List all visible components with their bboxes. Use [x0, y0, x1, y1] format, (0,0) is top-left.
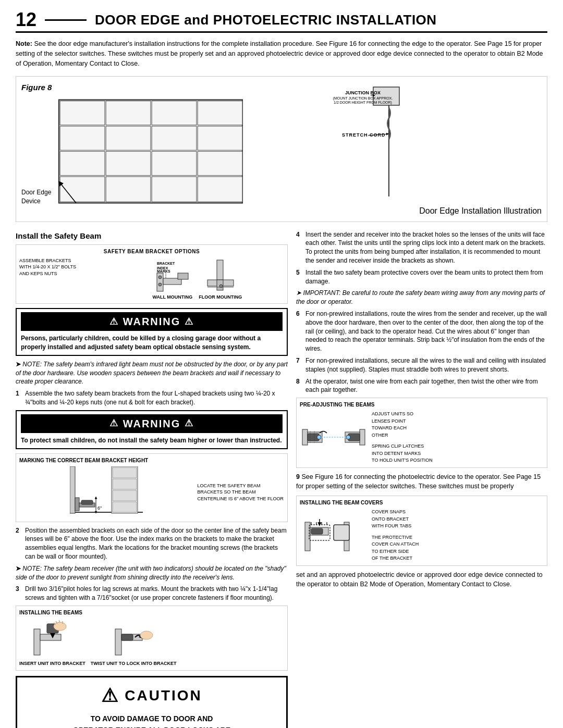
svg-text:1/2 DOOR HEIGHT FROM FLOOR): 1/2 DOOR HEIGHT FROM FLOOR) [334, 101, 392, 105]
left-column: Install the Safety Beam SAFETY BEAM BRAC… [16, 230, 288, 728]
figure-area: Figure 8 [16, 76, 547, 222]
step-7-text: For non-prewired installations, secure a… [305, 356, 547, 374]
insert-unit-container: INSERT UNIT INTO BRACKET [19, 619, 85, 667]
svg-rect-4 [198, 101, 242, 125]
warning-triangle-right-1: ⚠ [185, 315, 194, 328]
svg-rect-28 [178, 273, 188, 279]
header-line [45, 19, 87, 21]
wall-mounting-label: WALL MOUNTING [152, 294, 192, 301]
beam-covers-diagram: INSTALLING THE BEAM COVERS [296, 496, 547, 566]
svg-point-57 [54, 622, 66, 631]
warning-label-2: WARNING [123, 416, 181, 431]
warning-label-1: WARNING [123, 314, 181, 329]
pre-adjust-content: ADJUST UNITS SO LENSES POINT TOWARD EACH… [300, 411, 544, 464]
garage-door-illustration [21, 97, 303, 212]
svg-text:(MOUNT JUNCTION BOX APPROX.: (MOUNT JUNCTION BOX APPROX. [333, 96, 393, 101]
install-safety-beam-heading: Install the Safety Beam [16, 230, 288, 241]
important-note: ➤ IMPORTANT: Be careful to route the saf… [296, 289, 547, 306]
step-7-num: 7 [296, 356, 303, 374]
svg-rect-54 [40, 634, 61, 640]
floor-mounting-label: FLOOR MOUNTING [199, 294, 242, 301]
svg-point-65 [140, 631, 153, 639]
svg-rect-42 [75, 498, 79, 511]
beam-diagram-row: ASSEMBLE BRACKETS WITH 1/4-20 x 1/2" BOL… [19, 257, 284, 301]
floor-mounting-svg [202, 257, 239, 294]
beam-covers-svg [300, 512, 368, 559]
step-9-text: 9 See Figure 16 for connecting the photo… [296, 472, 547, 492]
svg-rect-51 [113, 490, 137, 501]
insert-label: INSERT UNIT INTO BRACKET [19, 660, 85, 667]
door-edge-label: Door EdgeDevice [21, 188, 51, 206]
svg-rect-79 [311, 528, 323, 534]
beam-covers-label2: THE PROTECTIVE COVER CAN ATTACH TO EITHE… [372, 534, 419, 562]
page-number: 12 [16, 10, 36, 29]
svg-text:BRACKET: BRACKET [157, 262, 175, 265]
step-2-num: 2 [16, 526, 23, 561]
svg-rect-11 [152, 151, 197, 175]
step-9-intro: See Figure 16 for connecting the photoel… [296, 473, 541, 490]
svg-rect-13 [60, 177, 105, 202]
svg-text:MARKS: MARKS [157, 269, 170, 273]
svg-rect-3 [152, 101, 197, 125]
right-column: 4 Insert the sender and receiver into th… [296, 230, 547, 728]
step-8: 8 At the operator, twist one wire from e… [296, 377, 547, 395]
step-2-text: Position the assembled brackets on each … [25, 526, 288, 561]
install-beam-diagram: INSTALLING THE BEAMS [16, 606, 288, 671]
caution-line1: TO AVOID DAMAGE TO DOOR AND [91, 714, 213, 723]
bracket-height-title: MARKING THE CORRECT BEAM BRACKET HEIGHT [19, 457, 284, 464]
svg-rect-14 [106, 177, 151, 202]
svg-rect-49 [113, 467, 137, 478]
step-9-num: 9 [296, 473, 300, 480]
svg-rect-15 [152, 177, 197, 202]
step-4-text: Insert the sender and receiver into the … [305, 230, 547, 265]
bottom-continuation-text: set and an approved photoelectric device… [296, 570, 547, 590]
svg-text:STRETCH CORD: STRETCH CORD [342, 132, 386, 138]
bracket-height-svg: 6" [70, 466, 143, 519]
beam-diagrams-box: SAFETY BEAM BRACKET OPTIONS ASSEMBLE BRA… [16, 244, 288, 304]
svg-point-73 [346, 435, 350, 439]
step-1: 1 Assemble the two safety beam brackets … [16, 389, 288, 407]
svg-rect-52 [113, 502, 137, 512]
page-title: DOOR EDGE and PHOTOELECTRIC INSTALLATION [95, 10, 437, 29]
svg-rect-66 [302, 429, 308, 445]
wall-mounting-container: BRACKET INDEX MARKS WALL MOUNTING [152, 257, 192, 301]
main-content: Install the Safety Beam SAFETY BEAM BRAC… [16, 230, 547, 728]
warning-header-2: ⚠ WARNING ⚠ [21, 414, 283, 433]
svg-rect-35 [217, 260, 223, 281]
step-7: 7 For non-prewired installations, secure… [296, 356, 547, 374]
warning-box-2: ⚠ WARNING ⚠ To protect small children, d… [16, 410, 288, 449]
step-3-text: Drill two 3/16"pilot holes for lag screw… [25, 585, 288, 602]
twist-label: TWIST UNIT TO LOCK INTO BRACKET [91, 660, 177, 667]
note-1: ➤ NOTE: The safety beam's infrared light… [16, 360, 288, 386]
note-label: Note: [16, 40, 32, 47]
pre-adjust-label1: ADJUST UNITS SO LENSES POINT TOWARD EACH… [372, 411, 433, 439]
caution-triangle: ⚠ [101, 683, 119, 709]
note-2: ➤ NOTE: The safety beam receiver (the un… [16, 564, 288, 582]
pre-adjust-diagram: PRE-ADJUSTING THE BEAMS [296, 398, 547, 468]
step-8-text: At the operator, twist one wire from eac… [305, 377, 547, 395]
pre-adjust-title: PRE-ADJUSTING THE BEAMS [300, 401, 544, 409]
step-2: 2 Position the assembled brackets on eac… [16, 526, 288, 561]
svg-rect-7 [152, 126, 197, 150]
step-6: 6 For non-prewired installations, route … [296, 310, 547, 353]
bottom-right-section: 9 See Figure 16 for connecting the photo… [296, 472, 547, 492]
step-3-num: 3 [16, 585, 23, 602]
svg-rect-64 [121, 634, 133, 640]
page-header: 12 DOOR EDGE and PHOTOELECTRIC INSTALLAT… [16, 10, 547, 33]
svg-point-30 [158, 283, 162, 286]
figure-label: Figure 8 [21, 82, 303, 93]
beam-diagrams-title: SAFETY BEAM BRACKET OPTIONS [19, 248, 284, 255]
warning-text-2: To protect small children, do not instal… [21, 436, 283, 445]
twist-unit-svg [110, 619, 157, 660]
step-5: 5 Install the two safety beam protective… [296, 268, 547, 286]
svg-rect-1 [60, 101, 105, 125]
svg-rect-8 [198, 126, 242, 150]
step-1-text: Assemble the two safety beam brackets fr… [25, 389, 288, 407]
note-text: See the door edge manufacturer's install… [16, 40, 543, 67]
caution-text: TO AVOID DAMAGE TO DOOR AND OPERATOR ENS… [25, 713, 279, 728]
svg-rect-53 [34, 629, 40, 655]
beam-covers-label1: COVER SNAPS ONTO BRACKET WITH FOUR TABS [372, 509, 419, 530]
warning-triangle-left-2: ⚠ [109, 417, 119, 430]
bracket-height-content: 6" [19, 466, 284, 519]
beam-covers-labels: COVER SNAPS ONTO BRACKET WITH FOUR TABS … [372, 509, 419, 562]
